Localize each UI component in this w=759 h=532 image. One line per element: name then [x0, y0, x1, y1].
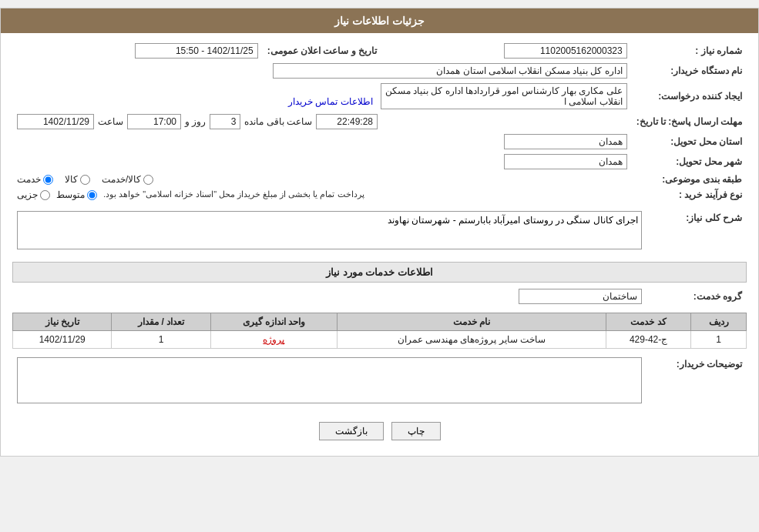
service-unit-cell: پروژه: [210, 331, 337, 349]
city-input: همدان: [504, 154, 627, 169]
table-row: 1ج-42-429ساخت سایر پروژه‌های مهندسی عمرا…: [13, 331, 747, 349]
deadline-remaining-label: ساعت باقی مانده: [244, 116, 312, 127]
deadline-days-input: 3: [210, 114, 240, 129]
buyer-desc-cell: [12, 355, 646, 408]
deadline-label: مهلت ارسال پاسخ: تا تاریخ:: [632, 112, 747, 132]
need-number-value: 1102005162000323: [381, 41, 632, 61]
province-value-cell: همدان: [12, 132, 632, 152]
purchase-medium-label: متوسط: [56, 189, 85, 200]
service-name-cell: ساخت سایر پروژه‌های مهندسی عمران: [338, 331, 606, 349]
purchase-type-row: جزیی متوسط پرداخت تمام یا بخشی از مبلغ خ…: [12, 187, 632, 202]
category-option-service: خدمت: [17, 174, 53, 185]
requester-label: ایجاد کننده درخواست:: [632, 81, 747, 112]
category-service-radio[interactable]: [43, 175, 53, 185]
category-service-label: خدمت: [17, 174, 41, 185]
category-row: خدمت کالا کالا/خدمت: [12, 172, 632, 187]
announcement-label: تاریخ و ساعت اعلان عمومی:: [263, 41, 381, 61]
service-group-input: ساختمان: [519, 289, 642, 304]
service-group-label: گروه خدمت:: [646, 286, 747, 306]
services-section-header: اطلاعات خدمات مورد نیاز: [12, 262, 747, 283]
col-header-row: ردیف: [691, 313, 747, 331]
back-button[interactable]: بازگشت: [319, 422, 384, 440]
main-container: جزئیات اطلاعات نیاز شماره نیاز : 1102005…: [0, 8, 759, 457]
announcement-input: 1402/11/25 - 15:50: [135, 43, 258, 59]
purchase-type-option-medium: متوسط: [56, 189, 97, 200]
requester-value-cell: علی مکاری بهار کارشناس امور قراردادها اد…: [12, 81, 632, 112]
purchase-partial-label: جزیی: [17, 189, 38, 200]
col-header-code: کد خدمت: [606, 313, 691, 331]
purchase-type-label: نوع فرآیند خرید :: [632, 187, 747, 202]
buyer-desc-label: توضیحات خریدار:: [646, 355, 747, 408]
purchase-type-option-partial: جزیی: [17, 189, 50, 200]
service-row-cell: 1: [691, 331, 747, 349]
buyer-org-label: نام دستگاه خریدار:: [632, 61, 747, 81]
col-header-name: نام خدمت: [338, 313, 606, 331]
purchase-partial-radio[interactable]: [40, 190, 50, 200]
deadline-remaining-input: 22:49:28: [316, 114, 378, 129]
purchase-type-notice: پرداخت تمام یا بخشی از مبلغ خریداز محل "…: [103, 189, 364, 199]
service-group-table: گروه خدمت: ساختمان: [12, 286, 747, 306]
service-code-cell: ج-42-429: [606, 331, 691, 349]
deadline-day-label: روز و: [185, 116, 206, 127]
info-table: شماره نیاز : 1102005162000323 تاریخ و سا…: [12, 41, 747, 202]
deadline-date-input: 1402/11/29: [17, 114, 94, 129]
category-label: طبقه بندی موضوعی:: [632, 172, 747, 187]
need-number-label: شماره نیاز :: [632, 41, 747, 61]
category-both-radio[interactable]: [143, 175, 153, 185]
deadline-time-label: ساعت: [98, 116, 123, 127]
need-desc-cell: [12, 209, 646, 256]
need-desc-table: شرح کلی نیاز:: [12, 209, 747, 256]
province-input: همدان: [504, 134, 627, 149]
print-button[interactable]: چاپ: [391, 422, 441, 440]
need-number-input: 1102005162000323: [504, 43, 627, 59]
buttons-row: چاپ بازگشت: [12, 414, 747, 448]
need-desc-label: شرح کلی نیاز:: [646, 209, 747, 256]
service-quantity-cell: 1: [112, 331, 210, 349]
service-group-value-cell: ساختمان: [12, 286, 646, 306]
deadline-time-input: 17:00: [127, 114, 181, 129]
col-header-unit: واحد اندازه گیری: [210, 313, 337, 331]
buyer-org-value-cell: اداره کل بنیاد مسکن انقلاب اسلامی استان …: [12, 61, 632, 81]
category-both-label: کالا/خدمت: [102, 174, 141, 185]
need-desc-textarea[interactable]: [17, 211, 642, 249]
announcement-value-cell: 1402/11/25 - 15:50: [12, 41, 263, 61]
buyer-org-input: اداره کل بنیاد مسکن انقلاب اسلامی استان …: [273, 63, 627, 79]
purchase-medium-radio[interactable]: [87, 190, 97, 200]
city-label: شهر محل تحویل:: [632, 152, 747, 172]
buyer-desc-textarea[interactable]: [17, 357, 642, 403]
requester-input: علی مکاری بهار کارشناس امور قراردادها اد…: [381, 83, 627, 109]
service-date-cell: 1402/11/29: [13, 331, 112, 349]
province-label: استان محل تحویل:: [632, 132, 747, 152]
category-option-goods: کالا: [65, 174, 90, 185]
requester-contact-link[interactable]: اطلاعات تماس خریدار: [288, 96, 373, 107]
category-option-both: کالا/خدمت: [102, 174, 153, 185]
content-area: شماره نیاز : 1102005162000323 تاریخ و سا…: [1, 33, 758, 456]
deadline-row: 1402/11/29 ساعت 17:00 روز و 3 ساعت باقی …: [12, 112, 632, 132]
page-title: جزئیات اطلاعات نیاز: [1, 8, 758, 33]
services-table: ردیف کد خدمت نام خدمت واحد اندازه گیری ت…: [12, 313, 747, 349]
city-value-cell: همدان: [12, 152, 632, 172]
category-goods-radio[interactable]: [80, 175, 90, 185]
col-header-qty: تعداد / مقدار: [112, 313, 210, 331]
col-header-date: تاریخ نیاز: [13, 313, 112, 331]
category-goods-label: کالا: [65, 174, 78, 185]
buyer-desc-table: توضیحات خریدار:: [12, 355, 747, 408]
